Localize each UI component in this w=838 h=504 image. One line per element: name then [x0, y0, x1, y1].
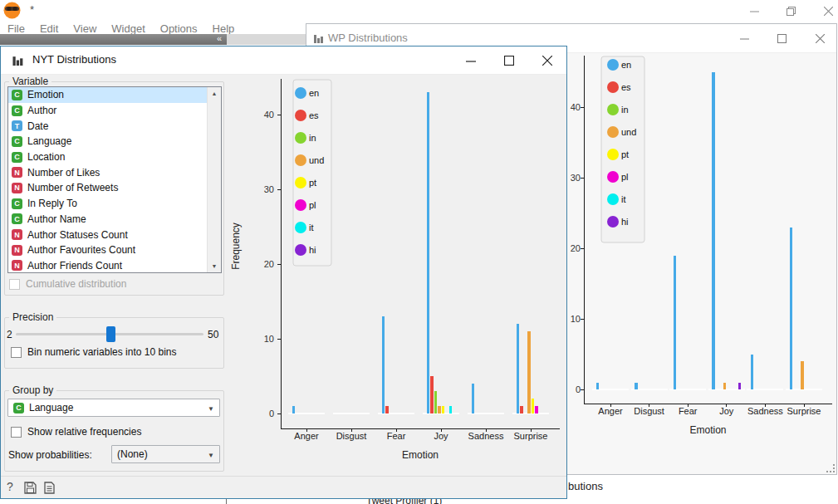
app-close-button[interactable] [810, 0, 838, 22]
svg-text:40: 40 [571, 102, 581, 112]
variable-item-author-favourites-count[interactable]: NAuthor Favourites Count [8, 242, 221, 258]
variable-item-label: Author [27, 105, 56, 116]
variable-list-scrollbar[interactable]: ▲ ▼ [207, 87, 221, 272]
wp-close-button[interactable] [806, 28, 834, 48]
chevron-down-icon: ▼ [208, 452, 214, 459]
variable-item-label: Author Friends Count [27, 260, 122, 272]
save-icon[interactable] [24, 482, 37, 494]
bin-numeric-checkbox[interactable]: Bin numeric variables into 10 bins [11, 346, 176, 358]
variable-item-label: Location [27, 151, 65, 163]
bin-count-value[interactable]: 10 [145, 346, 155, 358]
categorical-type-icon: C [12, 136, 22, 147]
groupby-group-label: Group by [9, 384, 56, 396]
cumulative-distribution-checkbox: Cumulative distribution [9, 278, 126, 290]
svg-text:20: 20 [264, 259, 274, 269]
svg-text:40: 40 [264, 110, 274, 120]
menu-item-view[interactable]: View [73, 22, 96, 35]
collapsed-toolbox-bar: « [0, 34, 227, 45]
scroll-down-icon[interactable]: ▼ [208, 260, 221, 272]
nyt-titlebar[interactable]: NYT Distributions [1, 46, 566, 75]
svg-text:30: 30 [571, 173, 581, 183]
chevron-down-icon: ▼ [208, 405, 214, 413]
svg-text:Joy: Joy [719, 406, 734, 416]
scroll-up-icon[interactable]: ▲ [208, 87, 221, 100]
numeric-type-icon: N [12, 183, 22, 193]
variable-item-number-of-retweets[interactable]: NNumber of Retweets [8, 180, 221, 196]
distributions-widget-icon [314, 33, 325, 43]
variable-item-label: Emotion [27, 89, 64, 100]
variable-item-label: Author Name [27, 213, 86, 225]
svg-text:pt: pt [621, 149, 629, 159]
window-title: WP Distributions [328, 32, 408, 44]
unsaved-indicator: * [30, 3, 34, 16]
show-probabilities-label: Show probabilities: [8, 449, 92, 461]
svg-text:Fear: Fear [679, 406, 698, 416]
variable-item-label: Number of Retweets [27, 182, 118, 193]
variable-item-label: Date [27, 120, 48, 132]
variable-item-number-of-likes[interactable]: NNumber of Likes [8, 164, 221, 180]
variable-item-language[interactable]: CLanguage [8, 134, 221, 149]
nyt-maximize-button[interactable] [495, 51, 523, 71]
svg-text:0: 0 [269, 409, 274, 418]
svg-text:Surprise: Surprise [787, 406, 821, 416]
variable-item-date[interactable]: TDate [8, 118, 221, 134]
app-restore-button[interactable] [772, 0, 809, 22]
svg-text:Emotion: Emotion [402, 449, 439, 461]
nyt-minimize-button[interactable] [457, 51, 485, 71]
svg-text:10: 10 [571, 314, 581, 324]
svg-text:und: und [621, 127, 636, 137]
variable-item-in-reply-to[interactable]: CIn Reply To [8, 196, 221, 212]
nyt-distributions-window: NYT Distributions Variable CEmotionCAuth… [0, 46, 567, 499]
menu-item-help[interactable]: Help [213, 22, 235, 35]
variable-item-author-statuses-count[interactable]: NAuthor Statuses Count [8, 227, 221, 242]
svg-text:pl: pl [309, 200, 316, 210]
checkbox-icon[interactable] [11, 427, 22, 438]
app-minimize-button[interactable] [736, 0, 772, 22]
wp-resize-grip[interactable] [826, 464, 835, 472]
svg-text:und: und [309, 155, 324, 165]
variable-item-label: Author Favourites Count [27, 244, 135, 256]
categorical-type-icon: C [12, 198, 22, 209]
wp-maximize-button[interactable] [767, 28, 796, 48]
menu-item-edit[interactable]: Edit [40, 22, 58, 35]
svg-text:Sadness: Sadness [747, 406, 783, 416]
svg-text:en: en [309, 88, 319, 98]
show-probabilities-combobox[interactable]: (None) ▼ [111, 445, 220, 463]
variable-list[interactable]: CEmotionCAuthorTDateCLanguageCLocationNN… [7, 86, 222, 273]
checkbox-icon[interactable] [11, 347, 22, 358]
categorical-type-icon: C [12, 90, 22, 100]
svg-text:es: es [309, 110, 319, 120]
time-type-icon: T [12, 120, 22, 131]
variable-item-author[interactable]: CAuthor [8, 103, 221, 119]
variable-item-emotion[interactable]: CEmotion [8, 87, 221, 103]
variable-item-label: Author Statuses Count [27, 229, 128, 241]
menu-item-file[interactable]: File [7, 22, 25, 35]
window-title: NYT Distributions [32, 53, 116, 66]
toolbox-bar-light [227, 34, 306, 45]
svg-text:0: 0 [576, 384, 581, 394]
menu-item-widget[interactable]: Widget [111, 22, 145, 35]
report-icon[interactable] [44, 482, 55, 494]
nyt-close-button[interactable] [533, 51, 561, 71]
variable-item-location[interactable]: CLocation [8, 149, 221, 165]
app-titlebar[interactable]: * [0, 0, 838, 22]
wp-minimize-button[interactable] [730, 28, 758, 48]
svg-text:pl: pl [621, 172, 629, 182]
variable-item-author-name[interactable]: CAuthor Name [8, 212, 221, 228]
collapse-button[interactable]: « [217, 33, 222, 43]
variable-group-label: Variable [9, 76, 51, 87]
close-icon [816, 34, 825, 43]
close-icon [542, 56, 552, 66]
help-icon[interactable]: ? [7, 480, 13, 493]
svg-text:Fear: Fear [387, 431, 406, 441]
groupby-combobox[interactable]: C Language ▼ [7, 399, 220, 417]
precision-slider-handle[interactable] [106, 326, 115, 342]
show-relative-frequencies-checkbox[interactable]: Show relative frequencies [11, 426, 141, 438]
numeric-type-icon: N [12, 167, 22, 178]
svg-text:Anger: Anger [294, 431, 319, 441]
categorical-type-icon: C [12, 213, 22, 224]
wp-distributions-chart: 010203040AngerDisgustFearJoySadnessSurpr… [568, 52, 836, 453]
menu-item-options[interactable]: Options [160, 22, 198, 35]
variable-item-author-friends-count[interactable]: NAuthor Friends Count [8, 258, 221, 273]
variable-item-label: Language [27, 135, 71, 147]
